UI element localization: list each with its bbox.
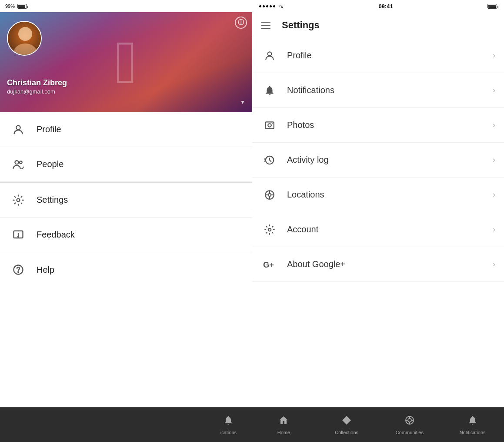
left-panel: 99%  ⓘ <box>0 0 252 442</box>
svg-point-18 <box>268 193 271 196</box>
svg-text:G+: G+ <box>263 260 274 269</box>
user-email: dujkan@gmail.com <box>7 88 67 95</box>
avatar <box>7 21 42 56</box>
apple-logo-decoration:  <box>115 32 137 93</box>
sidebar-item-feedback-label: Feedback <box>37 230 75 240</box>
tab-notifications-left[interactable]: ications <box>214 412 244 439</box>
user-name: Christian Zibreg <box>7 78 67 87</box>
settings-list: Profile › Notifications › Photos <box>252 38 504 407</box>
collections-icon <box>341 415 352 428</box>
settings-item-notifications[interactable]: Notifications › <box>252 73 504 108</box>
sidebar-item-people[interactable]: People <box>0 147 252 182</box>
right-panel: ∿ 09:41 Settings Profile › <box>252 0 504 442</box>
settings-header: Settings <box>252 12 504 38</box>
sidebar-item-feedback[interactable]: Feedback <box>0 218 252 252</box>
sidebar-item-help-label: Help <box>37 265 54 275</box>
cover-header:  ⓘ Christian Zibreg <box>0 12 252 112</box>
profile-icon <box>261 47 278 64</box>
dot-1 <box>259 5 261 7</box>
sidebar-item-settings-label: Settings <box>37 195 68 205</box>
bell-icon-bottom-right <box>467 415 478 428</box>
dot-2 <box>263 5 265 7</box>
svg-point-15 <box>272 123 273 124</box>
settings-item-profile[interactable]: Profile › <box>252 38 504 73</box>
home-icon <box>278 415 289 428</box>
photo-icon <box>261 117 278 134</box>
hamburger-line-1 <box>261 22 270 23</box>
sidebar-item-settings[interactable]: Settings <box>0 183 252 218</box>
gear-icon <box>261 221 278 238</box>
settings-item-account-label: Account <box>287 224 493 234</box>
chevron-right-icon: › <box>493 51 495 60</box>
history-icon <box>261 151 278 169</box>
battery-fill-right <box>488 5 496 8</box>
hamburger-button[interactable] <box>259 17 275 33</box>
tab-collections[interactable]: Collections <box>315 412 378 439</box>
settings-item-locations[interactable]: Locations › <box>252 177 504 212</box>
svg-point-3 <box>16 125 20 129</box>
svg-point-14 <box>268 124 271 127</box>
feedback-icon <box>9 225 28 244</box>
sidebar-item-help[interactable]: Help <box>0 252 252 287</box>
chevron-right-icon-7: › <box>493 260 495 269</box>
hamburger-line-2 <box>261 25 270 26</box>
settings-title: Settings <box>282 20 320 31</box>
settings-item-photos-label: Photos <box>287 120 493 130</box>
settings-item-activity-log[interactable]: Activity log › <box>252 143 504 177</box>
chevron-right-icon-2: › <box>493 86 495 95</box>
sidebar-item-profile[interactable]: Profile <box>0 112 252 147</box>
svg-point-9 <box>18 236 19 237</box>
dot-4 <box>270 5 272 7</box>
settings-item-photos[interactable]: Photos › <box>252 108 504 143</box>
bell-icon <box>261 82 278 99</box>
dot-5 <box>273 5 275 7</box>
battery-icon-right <box>487 4 497 9</box>
signal-dots <box>259 5 275 7</box>
chevron-right-icon-4: › <box>493 155 495 164</box>
svg-point-4 <box>15 161 18 164</box>
svg-point-11 <box>18 271 19 272</box>
bottom-bar-right: Home Collections <box>252 407 504 442</box>
status-right-icons <box>487 4 497 9</box>
left-navigation: Profile People Set <box>0 112 252 407</box>
tab-notifications-right[interactable]: Notifications <box>441 412 504 439</box>
info-button[interactable]: ⓘ <box>235 17 247 29</box>
settings-item-profile-label: Profile <box>287 50 493 60</box>
battery-icon-left <box>17 4 27 9</box>
svg-point-1 <box>18 27 32 41</box>
status-time: 09:41 <box>378 3 393 10</box>
settings-item-about[interactable]: G+ About Google+ › <box>252 247 504 282</box>
chevron-right-icon-6: › <box>493 225 495 234</box>
sidebar-item-people-label: People <box>37 159 63 169</box>
tab-communities-label: Communities <box>396 430 424 435</box>
dropdown-arrow-icon[interactable]: ▼ <box>240 99 245 105</box>
settings-item-locations-label: Locations <box>287 190 493 200</box>
gplus-icon: G+ <box>261 256 278 273</box>
tab-home-label: Home <box>277 430 290 435</box>
avatar-image <box>8 22 41 55</box>
communities-icon <box>404 415 415 428</box>
settings-icon <box>9 191 28 210</box>
bell-icon-left <box>223 415 234 428</box>
svg-point-23 <box>268 228 271 231</box>
hamburger-line-3 <box>261 28 270 29</box>
tab-notifications-right-label: Notifications <box>460 430 486 435</box>
svg-point-5 <box>20 161 22 164</box>
dot-3 <box>266 5 268 7</box>
settings-item-account[interactable]: Account › <box>252 212 504 247</box>
battery-percent-left: 99% <box>5 3 15 9</box>
location-icon <box>261 186 278 204</box>
sidebar-item-profile-label: Profile <box>37 124 61 134</box>
settings-item-activity-log-label: Activity log <box>287 155 493 165</box>
bottom-bar-left: ications <box>0 407 252 442</box>
chevron-right-icon-5: › <box>493 190 495 199</box>
settings-item-notifications-label: Notifications <box>287 85 493 95</box>
svg-point-6 <box>17 198 20 201</box>
tab-home[interactable]: Home <box>252 412 315 439</box>
svg-rect-13 <box>265 122 274 128</box>
tab-notifications-left-label: ications <box>220 430 237 435</box>
tab-communities[interactable]: Communities <box>378 412 441 439</box>
signal-area: ∿ <box>259 3 284 10</box>
tab-collections-label: Collections <box>335 430 358 435</box>
svg-point-12 <box>268 52 272 56</box>
